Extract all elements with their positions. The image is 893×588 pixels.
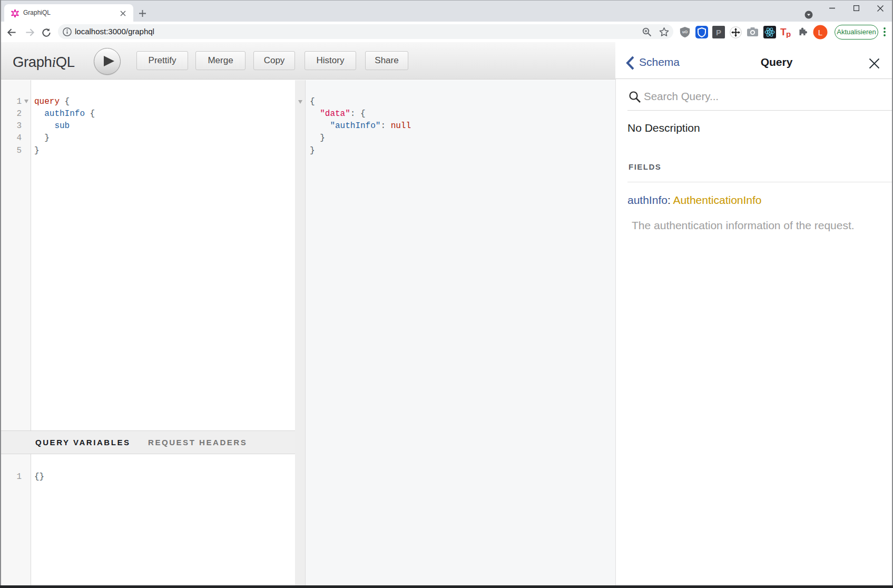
svg-text:L: L — [818, 28, 822, 37]
svg-text:uO: uO — [682, 30, 688, 34]
svg-text:P: P — [716, 28, 721, 37]
svg-text:p: p — [786, 30, 791, 38]
